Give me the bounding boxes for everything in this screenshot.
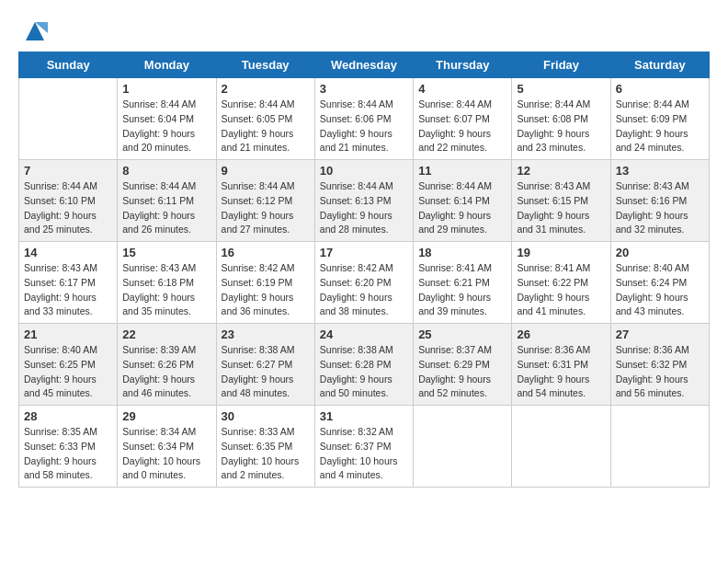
day-info: Sunrise: 8:43 AM Sunset: 6:15 PM Dayligh… [517,179,605,237]
day-number: 28 [24,409,112,423]
calendar-cell: 28Sunrise: 8:35 AM Sunset: 6:33 PM Dayli… [19,406,118,488]
calendar-cell: 13Sunrise: 8:43 AM Sunset: 6:16 PM Dayli… [610,160,709,242]
day-info: Sunrise: 8:37 AM Sunset: 6:29 PM Dayligh… [418,343,506,401]
day-info: Sunrise: 8:39 AM Sunset: 6:26 PM Dayligh… [122,343,210,401]
calendar-cell: 8Sunrise: 8:44 AM Sunset: 6:11 PM Daylig… [118,160,216,242]
day-number: 21 [24,327,112,341]
calendar-cell: 18Sunrise: 8:41 AM Sunset: 6:21 PM Dayli… [414,242,512,324]
day-header-tuesday: Tuesday [216,52,314,78]
calendar-cell: 9Sunrise: 8:44 AM Sunset: 6:12 PM Daylig… [216,160,314,242]
calendar-cell: 7Sunrise: 8:44 AM Sunset: 6:10 PM Daylig… [19,160,118,242]
day-info: Sunrise: 8:44 AM Sunset: 6:04 PM Dayligh… [122,98,210,155]
calendar-cell: 30Sunrise: 8:33 AM Sunset: 6:35 PM Dayli… [216,406,314,488]
day-number: 7 [24,164,112,178]
calendar-cell: 17Sunrise: 8:42 AM Sunset: 6:20 PM Dayli… [314,242,413,324]
day-info: Sunrise: 8:44 AM Sunset: 6:08 PM Dayligh… [517,98,605,155]
day-info: Sunrise: 8:36 AM Sunset: 6:31 PM Dayligh… [517,343,605,401]
day-number: 15 [122,246,210,259]
day-info: Sunrise: 8:44 AM Sunset: 6:14 PM Dayligh… [418,179,506,237]
calendar-cell: 29Sunrise: 8:34 AM Sunset: 6:34 PM Dayli… [118,406,216,488]
day-info: Sunrise: 8:44 AM Sunset: 6:06 PM Dayligh… [320,98,408,155]
day-info: Sunrise: 8:43 AM Sunset: 6:18 PM Dayligh… [122,261,210,319]
calendar-cell: 20Sunrise: 8:40 AM Sunset: 6:24 PM Dayli… [610,242,709,324]
calendar-cell: 24Sunrise: 8:38 AM Sunset: 6:28 PM Dayli… [314,324,413,406]
calendar-week-row: 7Sunrise: 8:44 AM Sunset: 6:10 PM Daylig… [19,160,710,242]
calendar-cell: 1Sunrise: 8:44 AM Sunset: 6:04 PM Daylig… [118,78,216,160]
day-info: Sunrise: 8:44 AM Sunset: 6:07 PM Dayligh… [418,98,506,155]
day-number: 13 [616,164,704,178]
calendar-cell: 3Sunrise: 8:44 AM Sunset: 6:06 PM Daylig… [314,78,413,160]
day-number: 6 [616,82,704,96]
day-number: 26 [517,327,605,341]
calendar-cell: 27Sunrise: 8:36 AM Sunset: 6:32 PM Dayli… [610,324,709,406]
logo [18,18,48,44]
day-info: Sunrise: 8:44 AM Sunset: 6:05 PM Dayligh… [222,98,310,155]
calendar-cell [414,406,512,488]
day-header-monday: Monday [118,52,216,78]
calendar-cell [512,406,610,488]
day-info: Sunrise: 8:44 AM Sunset: 6:13 PM Dayligh… [320,179,408,237]
day-number: 24 [320,327,408,341]
calendar-cell: 4Sunrise: 8:44 AM Sunset: 6:07 PM Daylig… [414,78,512,160]
day-number: 31 [320,409,408,423]
day-number: 2 [222,82,310,96]
calendar-cell: 25Sunrise: 8:37 AM Sunset: 6:29 PM Dayli… [414,324,512,406]
day-number: 12 [517,164,605,178]
logo-icon [22,18,48,44]
day-header-sunday: Sunday [19,52,118,78]
day-number: 17 [320,246,408,259]
day-info: Sunrise: 8:43 AM Sunset: 6:17 PM Dayligh… [24,261,112,319]
day-header-saturday: Saturday [610,52,709,78]
day-header-wednesday: Wednesday [314,52,413,78]
calendar-week-row: 14Sunrise: 8:43 AM Sunset: 6:17 PM Dayli… [19,242,710,324]
day-info: Sunrise: 8:44 AM Sunset: 6:12 PM Dayligh… [222,179,310,237]
day-info: Sunrise: 8:33 AM Sunset: 6:35 PM Dayligh… [222,425,310,483]
calendar-week-row: 28Sunrise: 8:35 AM Sunset: 6:33 PM Dayli… [19,406,710,488]
calendar-week-row: 1Sunrise: 8:44 AM Sunset: 6:04 PM Daylig… [19,78,710,160]
day-number: 29 [122,409,210,423]
day-number: 14 [24,246,112,259]
calendar-cell [19,78,118,160]
day-info: Sunrise: 8:44 AM Sunset: 6:11 PM Dayligh… [122,179,210,237]
day-info: Sunrise: 8:41 AM Sunset: 6:21 PM Dayligh… [418,261,506,319]
calendar-cell: 21Sunrise: 8:40 AM Sunset: 6:25 PM Dayli… [19,324,118,406]
calendar-cell: 19Sunrise: 8:41 AM Sunset: 6:22 PM Dayli… [512,242,610,324]
calendar-cell: 16Sunrise: 8:42 AM Sunset: 6:19 PM Dayli… [216,242,314,324]
calendar-cell: 11Sunrise: 8:44 AM Sunset: 6:14 PM Dayli… [414,160,512,242]
calendar-cell: 6Sunrise: 8:44 AM Sunset: 6:09 PM Daylig… [610,78,709,160]
day-number: 1 [122,82,210,96]
day-number: 9 [222,164,310,178]
day-number: 3 [320,82,408,96]
day-info: Sunrise: 8:40 AM Sunset: 6:25 PM Dayligh… [24,343,112,401]
day-info: Sunrise: 8:44 AM Sunset: 6:09 PM Dayligh… [616,98,704,155]
calendar-cell: 12Sunrise: 8:43 AM Sunset: 6:15 PM Dayli… [512,160,610,242]
day-number: 18 [418,246,506,259]
calendar-cell: 15Sunrise: 8:43 AM Sunset: 6:18 PM Dayli… [118,242,216,324]
calendar-cell: 22Sunrise: 8:39 AM Sunset: 6:26 PM Dayli… [118,324,216,406]
calendar-cell: 31Sunrise: 8:32 AM Sunset: 6:37 PM Dayli… [314,406,413,488]
day-info: Sunrise: 8:38 AM Sunset: 6:27 PM Dayligh… [222,343,310,401]
calendar-cell: 5Sunrise: 8:44 AM Sunset: 6:08 PM Daylig… [512,78,610,160]
calendar-table: SundayMondayTuesdayWednesdayThursdayFrid… [18,52,710,488]
day-number: 10 [320,164,408,178]
day-header-thursday: Thursday [414,52,512,78]
day-info: Sunrise: 8:32 AM Sunset: 6:37 PM Dayligh… [320,425,408,483]
day-info: Sunrise: 8:38 AM Sunset: 6:28 PM Dayligh… [320,343,408,401]
day-number: 23 [222,327,310,341]
calendar-cell: 10Sunrise: 8:44 AM Sunset: 6:13 PM Dayli… [314,160,413,242]
calendar-header-row: SundayMondayTuesdayWednesdayThursdayFrid… [19,52,710,78]
day-info: Sunrise: 8:34 AM Sunset: 6:34 PM Dayligh… [122,425,210,483]
day-number: 4 [418,82,506,96]
day-number: 5 [517,82,605,96]
day-number: 20 [616,246,704,259]
day-info: Sunrise: 8:35 AM Sunset: 6:33 PM Dayligh… [24,425,112,483]
calendar-cell: 23Sunrise: 8:38 AM Sunset: 6:27 PM Dayli… [216,324,314,406]
day-info: Sunrise: 8:41 AM Sunset: 6:22 PM Dayligh… [517,261,605,319]
day-number: 22 [122,327,210,341]
day-info: Sunrise: 8:42 AM Sunset: 6:20 PM Dayligh… [320,261,408,319]
day-number: 11 [418,164,506,178]
day-number: 8 [122,164,210,178]
day-info: Sunrise: 8:36 AM Sunset: 6:32 PM Dayligh… [616,343,704,401]
calendar-cell: 26Sunrise: 8:36 AM Sunset: 6:31 PM Dayli… [512,324,610,406]
day-info: Sunrise: 8:40 AM Sunset: 6:24 PM Dayligh… [616,261,704,319]
